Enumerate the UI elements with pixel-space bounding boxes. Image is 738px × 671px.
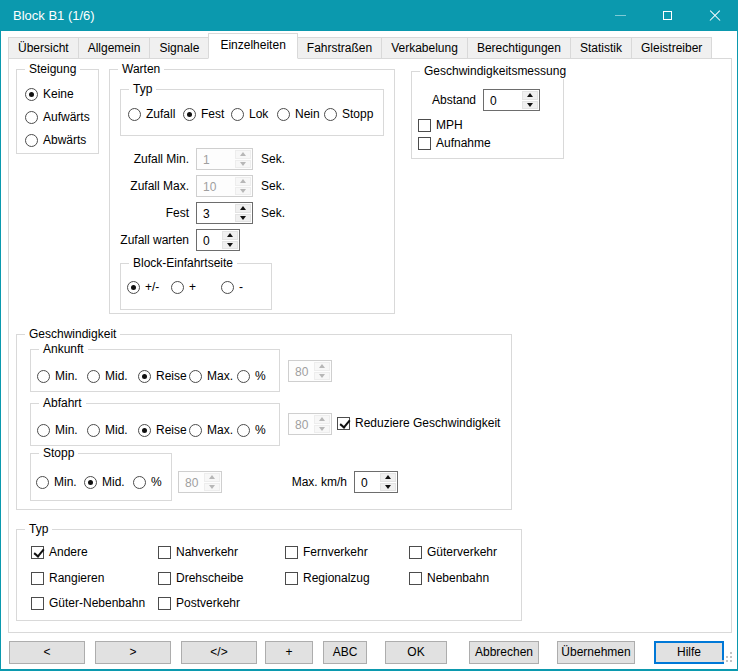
radio-stopp-mid[interactable]: Mid. (84, 475, 125, 489)
radio-ankunft-mid[interactable]: Mid. (87, 369, 128, 383)
spin-down-button[interactable] (522, 101, 538, 110)
radio-stopp-prozent[interactable]: % (133, 475, 162, 489)
checkbox-reduziere-geschwindigkeit[interactable]: Reduziere Geschwindigkeit (337, 416, 500, 430)
radio-abfahrt-prozent[interactable]: % (237, 423, 266, 437)
checkbox-rangieren[interactable]: Rangieren (31, 571, 104, 585)
radio-einfahrt-plusminus[interactable]: +/- (127, 280, 159, 294)
checkbox-icon (158, 597, 171, 610)
tab-verkabelung[interactable]: Verkabelung (381, 37, 468, 59)
radio-warten-zufall[interactable]: Zufall (128, 107, 175, 121)
spinner-value[interactable]: 0 (484, 90, 522, 110)
spin-down-button[interactable] (235, 160, 251, 169)
checkbox-andere[interactable]: Andere (31, 545, 88, 559)
spinner-value[interactable]: 0 (197, 230, 222, 250)
ankunft-spinner[interactable]: 80 (288, 360, 332, 382)
fest-spinner[interactable]: 3 (196, 202, 253, 224)
tab-gleistreiber[interactable]: Gleistreiber (631, 37, 712, 59)
close-button[interactable] (691, 0, 738, 31)
stopp-spinner[interactable]: 80 (178, 471, 222, 493)
checkbox-fernverkehr[interactable]: Fernverkehr (285, 545, 368, 559)
spin-up-button[interactable] (314, 415, 330, 424)
radio-steigung-keine[interactable]: Keine (25, 87, 74, 101)
checkbox-regionalzug[interactable]: Regionalzug (285, 571, 370, 585)
checkbox-aufnahme[interactable]: Aufnahme (418, 136, 491, 150)
max-kmh-spinner[interactable]: 0 (354, 471, 398, 493)
checkbox-gueterverkehr[interactable]: Güterverkehr (409, 545, 497, 559)
radio-steigung-abwaerts[interactable]: Abwärts (25, 133, 86, 147)
abc-button[interactable]: ABC (323, 641, 367, 664)
group-typ-legend: Typ (25, 522, 52, 537)
radio-ankunft-reise[interactable]: Reise (138, 369, 187, 383)
resize-grip[interactable] (730, 660, 732, 662)
apply-button[interactable]: Übernehmen (557, 641, 635, 664)
next-button[interactable]: > (95, 641, 171, 664)
help-button[interactable]: Hilfe (654, 641, 724, 664)
field-zufall-min: Zufall Min. 1 Sek. (110, 148, 285, 170)
ok-button[interactable]: OK (385, 641, 447, 664)
radio-ankunft-prozent[interactable]: % (237, 369, 266, 383)
radio-abfahrt-min[interactable]: Min. (37, 423, 78, 437)
zufall-warten-spinner[interactable]: 0 (196, 229, 240, 251)
spin-down-button[interactable] (222, 241, 238, 250)
zufall-max-spinner[interactable]: 10 (196, 175, 253, 197)
tab-berechtigungen[interactable]: Berechtigungen (467, 37, 571, 59)
spin-down-button[interactable] (204, 483, 220, 492)
checkbox-gueter-nebenbahn[interactable]: Güter-Nebenbahn (31, 596, 145, 610)
abfahrt-spinner[interactable]: 80 (288, 413, 332, 435)
spin-up-button[interactable] (314, 362, 330, 371)
minimize-button[interactable] (597, 0, 644, 31)
spinner-value[interactable]: 80 (289, 414, 314, 434)
checkbox-mph[interactable]: MPH (418, 118, 463, 132)
radio-icon (87, 424, 100, 437)
tab-einzelheiten[interactable]: Einzelheiten (208, 33, 297, 59)
spin-down-button[interactable] (380, 483, 396, 492)
spin-up-button[interactable] (222, 231, 238, 240)
spin-down-button[interactable] (235, 187, 251, 196)
radio-warten-fest[interactable]: Fest (183, 107, 224, 121)
spin-down-button[interactable] (235, 214, 251, 223)
checkbox-drehscheibe[interactable]: Drehscheibe (158, 571, 243, 585)
spin-up-button[interactable] (522, 91, 538, 100)
radio-stopp-min[interactable]: Min. (36, 475, 77, 489)
spin-up-button[interactable] (204, 473, 220, 482)
spinner-value[interactable]: 3 (197, 203, 235, 223)
tab-uebersicht[interactable]: Übersicht (8, 37, 79, 59)
tab-fahrstrassen[interactable]: Fahrstraßen (297, 37, 382, 59)
radio-steigung-aufwaerts[interactable]: Aufwärts (25, 110, 90, 124)
spinner-value[interactable]: 80 (179, 472, 204, 492)
tab-statistik[interactable]: Statistik (570, 37, 632, 59)
spin-up-button[interactable] (235, 150, 251, 159)
prev-button[interactable]: < (9, 641, 85, 664)
spin-up-button[interactable] (235, 177, 251, 186)
field-max-kmh: Max. km/h 0 (267, 471, 398, 493)
spin-up-button[interactable] (235, 204, 251, 213)
radio-warten-nein[interactable]: Nein (277, 107, 320, 121)
cancel-button[interactable]: Abbrechen (469, 641, 539, 664)
radio-warten-stopp[interactable]: Stopp (324, 107, 373, 121)
spinner-value[interactable]: 0 (355, 472, 380, 492)
radio-einfahrt-minus[interactable]: - (221, 280, 243, 294)
spinner-value[interactable]: 80 (289, 361, 314, 381)
radio-einfahrt-plus[interactable]: + (171, 280, 196, 294)
radio-warten-lok[interactable]: Lok (231, 107, 268, 121)
tab-allgemein[interactable]: Allgemein (78, 37, 151, 59)
radio-abfahrt-reise[interactable]: Reise (138, 423, 187, 437)
spinner-value[interactable]: 1 (197, 149, 235, 169)
spinner-value[interactable]: 10 (197, 176, 235, 196)
zufall-min-spinner[interactable]: 1 (196, 148, 253, 170)
checkbox-nebenbahn[interactable]: Nebenbahn (409, 571, 489, 585)
spin-down-button[interactable] (314, 372, 330, 381)
code-button[interactable]: </> (181, 641, 257, 664)
spin-up-button[interactable] (380, 473, 396, 482)
radio-ankunft-max[interactable]: Max. (189, 369, 233, 383)
abstand-spinner[interactable]: 0 (483, 89, 540, 111)
spin-down-button[interactable] (314, 425, 330, 434)
radio-ankunft-min[interactable]: Min. (37, 369, 78, 383)
tab-signale[interactable]: Signale (149, 37, 209, 59)
checkbox-nahverkehr[interactable]: Nahverkehr (158, 545, 238, 559)
radio-abfahrt-mid[interactable]: Mid. (87, 423, 128, 437)
checkbox-postverkehr[interactable]: Postverkehr (158, 596, 240, 610)
add-button[interactable]: + (265, 641, 313, 664)
radio-abfahrt-max[interactable]: Max. (189, 423, 233, 437)
maximize-button[interactable] (644, 0, 691, 31)
